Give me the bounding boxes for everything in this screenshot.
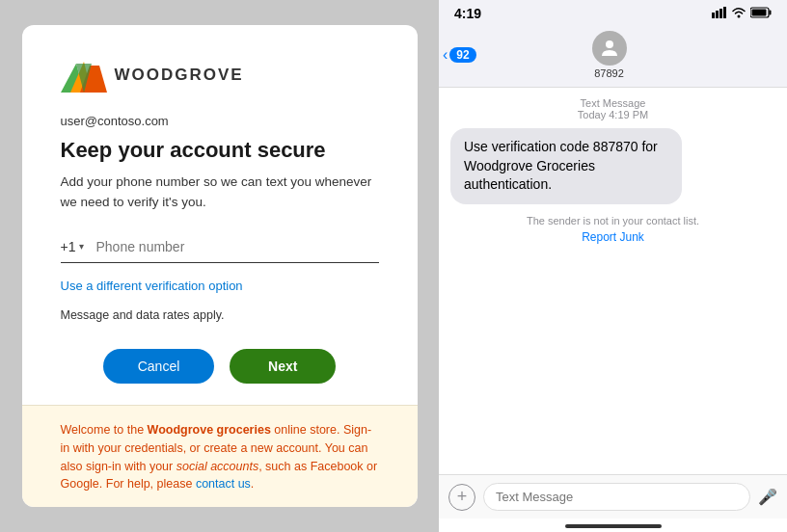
back-count-badge: 92	[449, 47, 475, 63]
button-row: Cancel Next	[61, 349, 379, 384]
home-bar	[565, 524, 662, 528]
card-description: Add your phone number so we can text you…	[61, 173, 379, 212]
status-icons	[712, 7, 772, 21]
cancel-button[interactable]: Cancel	[103, 349, 215, 384]
sms-bubble: Use verification code 887870 for Woodgro…	[450, 128, 682, 204]
notice-bold: Woodgrove groceries	[148, 423, 271, 437]
sms-bubble-row: Use verification code 887870 for Woodgro…	[450, 128, 775, 204]
phone-number-input[interactable]	[95, 235, 378, 258]
sms-input-bar: + 🎤	[439, 474, 787, 519]
svg-point-8	[738, 14, 741, 17]
report-junk-link[interactable]: Report Junk	[450, 230, 775, 244]
sms-avatar	[592, 31, 627, 66]
home-indicator	[439, 519, 787, 532]
auth-card: WOODGROVE user@contoso.com Keep your acc…	[22, 25, 418, 507]
svg-point-12	[606, 40, 613, 48]
data-rates-text: Message and data rates apply.	[61, 308, 379, 322]
svg-rect-7	[723, 7, 726, 18]
chevron-down-icon: ▾	[79, 241, 84, 252]
notice-text-4: .	[251, 477, 254, 491]
svg-rect-11	[770, 10, 772, 14]
signal-icon	[712, 7, 727, 21]
country-code-value: +1	[61, 239, 76, 254]
sms-sender-notice: The sender is not in your contact list.	[450, 214, 775, 228]
svg-rect-4	[712, 13, 715, 18]
sender-number: 87892	[594, 67, 624, 79]
svg-rect-5	[716, 11, 719, 18]
logo-text: WOODGROVE	[115, 66, 244, 85]
contact-us-link[interactable]: contact us	[196, 477, 251, 491]
svg-rect-10	[752, 9, 767, 15]
svg-rect-6	[719, 9, 722, 18]
status-time: 4:19	[454, 6, 481, 21]
phone-input-row: +1 ▾	[61, 235, 379, 263]
wifi-icon	[731, 7, 746, 21]
next-button[interactable]: Next	[230, 349, 336, 384]
sms-contact-info: 87892	[481, 31, 737, 79]
notice-italic: social accounts	[176, 460, 258, 473]
bottom-notice: Welcome to the Woodgrove groceries onlin…	[22, 405, 418, 507]
sms-back-button[interactable]: ‹ 92	[443, 46, 481, 64]
woodgrove-logo-icon	[61, 56, 107, 94]
card-title: Keep your account secure	[61, 138, 379, 163]
sms-header: ‹ 92 87892	[439, 25, 787, 88]
right-panel: 4:19 ‹ 92 87892	[439, 0, 787, 532]
use-different-option-link[interactable]: Use a different verification option	[61, 279, 379, 293]
battery-icon	[750, 7, 772, 21]
sms-messages-area: Text Message Today 4:19 PM Use verificat…	[439, 88, 787, 474]
sms-add-button[interactable]: +	[448, 484, 475, 511]
sms-text-input[interactable]	[483, 483, 750, 511]
logo: WOODGROVE	[61, 56, 379, 94]
left-panel: WOODGROVE user@contoso.com Keep your acc…	[0, 0, 439, 532]
user-email: user@contoso.com	[61, 114, 379, 128]
country-code-selector[interactable]: +1 ▾	[61, 239, 89, 254]
status-bar: 4:19	[439, 0, 787, 25]
sms-mic-icon[interactable]: 🎤	[758, 488, 777, 506]
notice-text-1: Welcome to the	[61, 423, 148, 437]
sms-date-label: Text Message Today 4:19 PM	[450, 97, 775, 120]
